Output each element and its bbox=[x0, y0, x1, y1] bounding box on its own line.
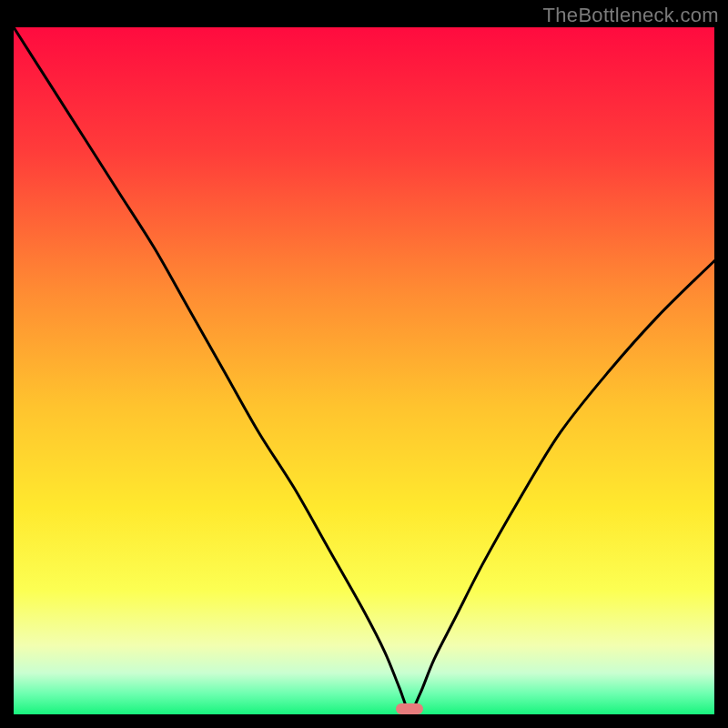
bottleneck-curve-line bbox=[14, 27, 714, 714]
optimal-point-marker bbox=[396, 703, 422, 714]
plot-area bbox=[14, 27, 714, 714]
watermark-text: TheBottleneck.com bbox=[543, 4, 719, 27]
chart-frame: TheBottleneck.com bbox=[0, 0, 728, 728]
curve-path bbox=[14, 27, 714, 711]
